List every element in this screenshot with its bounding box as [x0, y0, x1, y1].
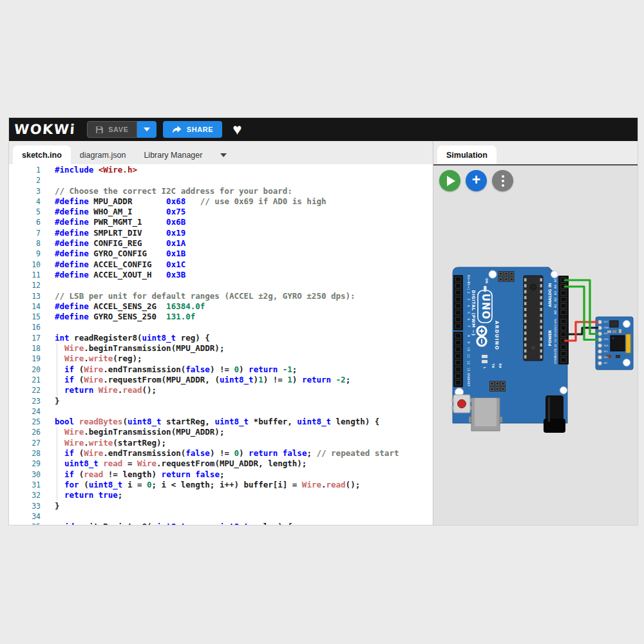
svg-text:IOREF: IOREF — [554, 355, 557, 365]
code-line: 15#define GYRO_SENS_250 131.0f — [9, 312, 433, 322]
wokwi-logo: WOKWi — [14, 122, 76, 137]
code-line: 32 return true; — [9, 490, 433, 500]
code-line: 21 if (Wire.requestFrom(MPU_ADDR, (uint8… — [9, 375, 433, 385]
svg-text:A3: A3 — [554, 291, 557, 295]
power-jack — [544, 395, 565, 433]
svg-text:VCC: VCC — [604, 321, 609, 323]
code-line: 26 Wire.beginTransmission(MPU_ADDR); — [9, 427, 433, 437]
code-line: 12 — [9, 280, 433, 290]
tab-simulation[interactable]: Simulation — [437, 146, 497, 164]
save-button-group: SAVE — [87, 121, 156, 138]
code-line: 3// Choose the correct I2C address for y… — [9, 186, 433, 196]
svg-text:A4: A4 — [554, 285, 557, 289]
code-line: 6#define PWR_MGMT_1 0x6B — [9, 217, 433, 227]
add-part-button[interactable]: + — [466, 170, 487, 191]
floppy-icon — [95, 126, 104, 134]
code-line: 17int readRegister8(uint8_t reg) { — [9, 333, 433, 343]
code-line: 14#define ACCEL_SENS_2G 16384.0f — [9, 301, 433, 312]
svg-text:13: 13 — [467, 367, 470, 371]
svg-text:A0: A0 — [554, 310, 557, 314]
tab-library-manager[interactable]: Library Manager — [135, 146, 211, 164]
code-line: 24 — [9, 406, 433, 417]
code-line: 4#define MPU_ADDR 0x68 // use 0x69 if AD… — [9, 196, 433, 207]
svg-text:TX→1: TX→1 — [467, 281, 470, 290]
code-line: 10#define ACCEL_CONFIG 0x1C — [9, 260, 433, 270]
svg-text:7: 7 — [467, 325, 470, 327]
simulation-canvas[interactable]: + — [433, 164, 638, 525]
simulation-tab-bar: Simulation — [433, 141, 638, 164]
simulation-toolbar: + — [439, 170, 513, 191]
svg-text:SCL: SCL — [604, 332, 609, 335]
save-button[interactable]: SAVE — [87, 121, 137, 138]
svg-text:POWER: POWER — [547, 330, 552, 346]
code-line: 31 for (uint8_t i = 0; i < length; i++) … — [9, 480, 433, 490]
svg-text:GND: GND — [604, 327, 609, 329]
code-line: 5#define WHO_AM_I 0x75 — [9, 207, 433, 217]
main-area: sketch.ino diagram.json Library Manager … — [9, 141, 638, 525]
editor-panel: sketch.ino diagram.json Library Manager … — [9, 141, 433, 525]
menu-button[interactable] — [492, 170, 513, 191]
svg-text:5V: 5V — [554, 339, 557, 343]
svg-text:ON: ON — [485, 278, 488, 283]
reset-button[interactable] — [451, 395, 472, 413]
svg-text:A1: A1 — [554, 304, 557, 308]
svg-text:TX: TX — [491, 364, 495, 368]
arduino-uno-board[interactable]: RX←0TX→12345678910111213GNDAREFDIGITAL (… — [451, 267, 569, 433]
svg-text:DIGITAL (PWM ~): DIGITAL (PWM ~) — [471, 290, 476, 336]
code-line: 33} — [9, 501, 433, 511]
code-line: 28 if (Wire.endTransmission(false) != 0)… — [9, 448, 433, 459]
wire-scl[interactable] — [565, 280, 598, 334]
code-line: 19 Wire.write(reg); — [9, 354, 433, 364]
svg-text:SDA: SDA — [604, 338, 609, 341]
code-line: 2 — [9, 175, 433, 185]
code-editor[interactable]: 1#include <Wire.h>23// Choose the correc… — [9, 164, 433, 525]
svg-text:5: 5 — [467, 312, 470, 314]
svg-text:GND: GND — [554, 324, 557, 331]
code-lines: 1#include <Wire.h>23// Choose the correc… — [9, 164, 433, 525]
tab-sketch-ino[interactable]: sketch.ino — [13, 146, 71, 164]
code-line: 25bool readBytes(uint8_t startReg, uint8… — [9, 417, 433, 427]
top-toolbar: WOKWi SAVE SHARE ♥ — [9, 118, 638, 141]
plus-icon: + — [472, 173, 480, 187]
svg-text:2: 2 — [467, 292, 470, 294]
simulation-panel: Simulation + — [433, 141, 638, 525]
svg-text:8: 8 — [467, 335, 470, 337]
code-line: 35void writeRegister8(uint8_t reg, uint8… — [9, 522, 433, 525]
code-line: 20 if (Wire.endTransmission(false) != 0)… — [9, 365, 433, 375]
play-button[interactable] — [439, 170, 460, 191]
svg-text:A5: A5 — [554, 278, 557, 282]
chevron-down-icon — [144, 128, 150, 131]
code-line: 7#define SMPLRT_DIV 0x19 — [9, 228, 433, 238]
code-line: 18 Wire.beginTransmission(MPU_ADDR); — [9, 343, 433, 354]
code-line: 8#define CONFIG_REG 0x1A — [9, 238, 433, 249]
code-line: 1#include <Wire.h> — [9, 165, 433, 175]
save-label: SAVE — [108, 126, 129, 133]
svg-text:GND: GND — [554, 330, 557, 337]
svg-text:A2: A2 — [554, 298, 557, 301]
svg-text:4: 4 — [467, 305, 470, 307]
mpu6050-module[interactable]: VCCGNDSCLSDAXDAXCLAD0INT — [596, 317, 633, 370]
circuit-diagram: RX←0TX→12345678910111213GNDAREFDIGITAL (… — [433, 166, 638, 525]
svg-text:L: L — [483, 366, 486, 368]
tabs-overflow-caret-icon[interactable] — [220, 153, 227, 157]
svg-text:XDA: XDA — [604, 345, 609, 347]
svg-text:6: 6 — [467, 318, 470, 320]
svg-text:UNO: UNO — [480, 294, 491, 320]
svg-text:12: 12 — [467, 361, 470, 365]
code-line: 13// LSB per unit for default ranges (AC… — [9, 291, 433, 301]
usb-connector — [469, 398, 502, 431]
code-line: 29 uint8_t read = Wire.requestFrom(MPU_A… — [9, 459, 433, 469]
save-dropdown-button[interactable] — [137, 121, 156, 138]
code-line: 30 if (read != length) return false; — [9, 469, 433, 480]
favorite-heart-icon[interactable]: ♥ — [232, 122, 242, 137]
page: { "topbar": { "logo": "WOKWi", "save_lab… — [0, 0, 644, 644]
svg-text:AREF: AREF — [467, 379, 470, 387]
code-line: 22 return Wire.read(); — [9, 385, 433, 395]
code-line: 11#define ACCEL_XOUT_H 0x3B — [9, 270, 433, 280]
svg-text:11: 11 — [467, 354, 470, 358]
share-button[interactable]: SHARE — [163, 121, 223, 138]
svg-text:XCL: XCL — [604, 350, 608, 353]
play-icon — [447, 176, 455, 186]
svg-text:10: 10 — [467, 347, 470, 351]
tab-diagram-json[interactable]: diagram.json — [71, 146, 135, 164]
